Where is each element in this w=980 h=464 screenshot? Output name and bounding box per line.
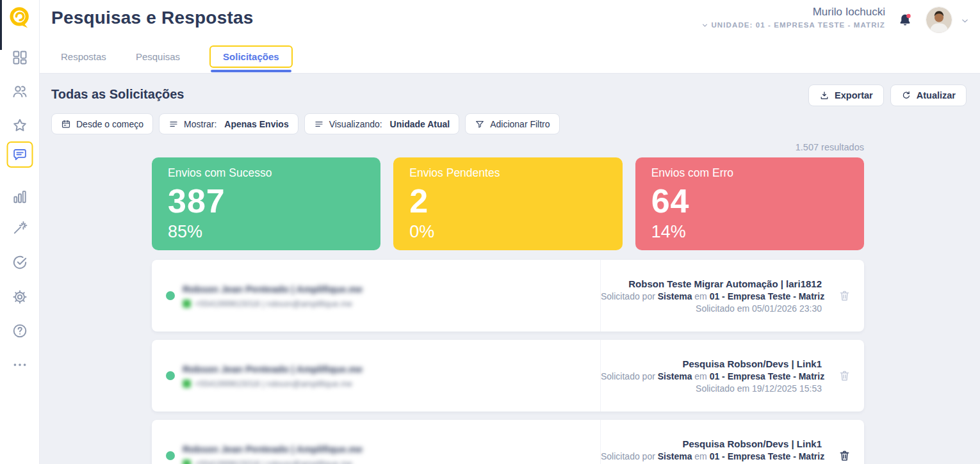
- stat-value: 387: [168, 184, 364, 218]
- request-date: Solicitado em 05/01/2026 23:30: [601, 303, 822, 314]
- request-title: Pesquisa Robson/Devs | Link1: [601, 358, 822, 369]
- download-icon: [819, 90, 829, 100]
- reports-bar-chart-icon: [12, 188, 28, 205]
- contact-name: Robson Jean Penteado | Amplifique.me: [183, 444, 363, 454]
- sidebar-item-favorites[interactable]: [11, 116, 29, 134]
- user-avatar[interactable]: [926, 7, 952, 33]
- unit-label: UNIDADE: 01 - EMPRESA TESTE - MATRIZ: [711, 21, 885, 29]
- sidebar-item-surveys-active[interactable]: [6, 141, 33, 168]
- stat-card-success: Envios com Sucesso 387 85%: [152, 157, 380, 250]
- notifications-bell-icon[interactable]: [897, 12, 913, 29]
- add-filter-button[interactable]: Adicionar Filtro: [465, 113, 559, 134]
- stat-value: 2: [409, 184, 606, 218]
- screen-edge-artifact: [0, 0, 2, 50]
- contact-block-blurred: Robson Jean Penteado | Amplifique.me +55…: [183, 284, 363, 308]
- stat-card-pending: Envios Pendentes 2 0%: [393, 157, 622, 250]
- tab-respostas[interactable]: Respostas: [61, 51, 106, 62]
- results-count: 1.507 resultados: [796, 142, 864, 152]
- main-content: Todas as Solicitações Exportar Atualizar…: [40, 74, 980, 464]
- stat-label: Envios com Sucesso: [168, 166, 364, 180]
- contact-detail: +5541999615018 | robson@amplifique.me: [195, 379, 352, 388]
- help-question-icon: [12, 323, 28, 339]
- request-info: Pesquisa Robson/Devs | Link1 Solicitado …: [600, 340, 864, 412]
- settings-gear-icon: [12, 289, 28, 305]
- stat-percent: 0%: [409, 222, 606, 242]
- contact-detail: +5541999615018 | robson@amplifique.me: [195, 299, 352, 308]
- sidebar-item-contacts[interactable]: [11, 83, 29, 100]
- contact-block-blurred: Robson Jean Penteado | Amplifique.me +55…: [183, 364, 363, 388]
- filter-show[interactable]: Mostrar: Apenas Envios: [159, 113, 298, 134]
- tab-solicitacoes[interactable]: Solicitações: [209, 45, 293, 68]
- list-lines-icon: [314, 119, 324, 129]
- sidebar: [0, 0, 40, 464]
- contact-block-blurred: Robson Jean Penteado | Amplifique.me +55…: [183, 444, 363, 464]
- request-meta: Solicitado por Sistema em 01 - Empresa T…: [601, 451, 822, 461]
- contact-detail: +5541999615018 | robson@amplifique.me: [195, 459, 352, 464]
- request-title: Robson Teste Migrar Automação | lari1812: [601, 278, 822, 289]
- header: Pesquisas e Respostas Murilo Iochucki UN…: [40, 0, 980, 40]
- more-ellipsis-icon: [12, 356, 28, 373]
- tasks-check-circle-icon: [12, 254, 28, 271]
- profile-chevron-down-icon[interactable]: [960, 16, 970, 26]
- filter-date-range[interactable]: Desde o começo: [51, 113, 153, 134]
- star-icon: [12, 117, 28, 134]
- request-meta: Solicitado por Sistema em 01 - Empresa T…: [601, 371, 822, 381]
- contact-name: Robson Jean Penteado | Amplifique.me: [183, 364, 363, 374]
- status-dot: [166, 451, 175, 460]
- unit-selector[interactable]: Murilo Iochucki UNIDADE: 01 - EMPRESA TE…: [701, 6, 885, 29]
- status-dot: [166, 371, 175, 380]
- stat-label: Envios Pendentes: [409, 166, 606, 180]
- sidebar-item-more[interactable]: [11, 356, 29, 374]
- page-title: Pesquisas e Respostas: [51, 8, 253, 28]
- funnel-filter-icon: [475, 119, 485, 129]
- request-row[interactable]: Robson Jean Penteado | Amplifique.me +55…: [152, 340, 864, 412]
- sidebar-item-settings[interactable]: [11, 288, 29, 306]
- request-meta: Solicitado por Sistema em 01 - Empresa T…: [601, 291, 822, 301]
- status-dot: [166, 291, 175, 300]
- stat-value: 64: [651, 184, 848, 218]
- sidebar-item-dashboard[interactable]: [11, 49, 29, 67]
- tab-bar: Respostas Pesquisas Solicitações: [40, 40, 980, 74]
- amplifique-logo-icon[interactable]: [8, 6, 32, 33]
- stats-cards: Envios com Sucesso 387 85% Envios Penden…: [152, 157, 864, 250]
- list-lines-icon: [168, 119, 179, 129]
- notification-badge: [906, 14, 911, 19]
- contact-name: Robson Jean Penteado | Amplifique.me: [183, 284, 363, 294]
- tab-pesquisas[interactable]: Pesquisas: [136, 51, 180, 62]
- automation-wand-icon: [12, 220, 28, 236]
- stat-label: Envios com Erro: [651, 166, 848, 180]
- request-date: Solicitado em 19/12/2025 15:53: [601, 383, 822, 394]
- export-button[interactable]: Exportar: [808, 84, 884, 106]
- stat-percent: 14%: [651, 222, 848, 242]
- whatsapp-badge-icon: [183, 380, 191, 388]
- sidebar-item-automation[interactable]: [11, 219, 29, 237]
- request-info: Pesquisa Robson/Devs | Link1 Solicitado …: [600, 420, 864, 464]
- chevron-down-icon: [701, 22, 708, 29]
- section-title: Todas as Solicitações: [51, 87, 184, 102]
- request-title: Pesquisa Robson/Devs | Link1: [601, 438, 822, 449]
- delete-trash-icon[interactable]: [838, 369, 851, 383]
- sidebar-item-reports[interactable]: [11, 188, 29, 205]
- contacts-users-icon: [12, 83, 28, 100]
- stat-card-error: Envios com Erro 64 14%: [635, 157, 864, 250]
- stat-percent: 85%: [168, 222, 364, 242]
- refresh-icon: [901, 90, 911, 100]
- sidebar-item-help[interactable]: [11, 322, 29, 340]
- dashboard-grid-icon: [12, 49, 28, 66]
- whatsapp-badge-icon: [183, 300, 191, 308]
- filter-viewing[interactable]: Visualizando: Unidade Atual: [304, 113, 460, 134]
- delete-trash-icon[interactable]: [838, 289, 851, 303]
- refresh-button[interactable]: Atualizar: [890, 84, 967, 106]
- request-row[interactable]: Robson Jean Penteado | Amplifique.me +55…: [152, 420, 864, 464]
- whatsapp-badge-icon: [183, 460, 191, 464]
- request-row[interactable]: Robson Jean Penteado | Amplifique.me +55…: [152, 260, 864, 332]
- sidebar-item-tasks[interactable]: [11, 253, 29, 271]
- request-info: Robson Teste Migrar Automação | lari1812…: [600, 260, 864, 332]
- calendar-icon: [61, 119, 71, 129]
- delete-trash-icon[interactable]: [838, 449, 851, 463]
- surveys-chat-icon: [12, 147, 28, 163]
- user-name: Murilo Iochucki: [701, 6, 885, 19]
